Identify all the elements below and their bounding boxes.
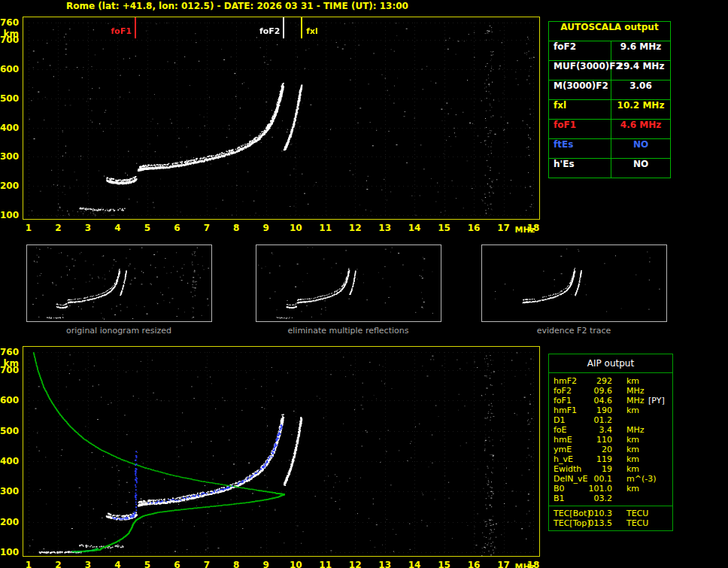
x-tick-label: 10 bbox=[290, 560, 302, 568]
aip-row-ewidth: Ewidth19km bbox=[554, 464, 672, 474]
y-tick-label: 400 bbox=[0, 123, 19, 133]
aip-row-value: 00.1 bbox=[588, 474, 612, 484]
aip-row-b1: B103.2 bbox=[554, 494, 672, 503]
y-tick-label: 760 bbox=[0, 17, 19, 28]
x-tick-label: 11 bbox=[319, 223, 332, 233]
y-tick-label: 400 bbox=[0, 456, 19, 466]
x-tick-label: 17 bbox=[497, 560, 510, 568]
y-tick-label: 760 bbox=[0, 347, 19, 357]
aip-row-value: 190 bbox=[588, 405, 612, 415]
aip-row-b0: B0101.0km bbox=[554, 484, 672, 494]
aip-row-fof2: foF209.6MHz bbox=[554, 386, 672, 396]
aip-row-note bbox=[635, 494, 672, 503]
aip-row-unit: m^(-3) bbox=[612, 474, 635, 484]
x-tick-label: 12 bbox=[349, 560, 362, 568]
x-tick-label: 13 bbox=[378, 560, 391, 568]
aip-row-hme: hmE110km bbox=[554, 435, 672, 445]
fof1-marker-label: foF1 bbox=[111, 26, 132, 36]
autoscala-row-label: foF2 bbox=[549, 41, 611, 60]
aip-row-unit: km bbox=[612, 435, 635, 445]
thumbnail-caption-1: eliminate multiple reflections bbox=[288, 326, 409, 336]
x-tick-label: 7 bbox=[204, 223, 210, 233]
x-tick-label: 14 bbox=[408, 560, 421, 568]
y-tick-label: 600 bbox=[0, 64, 19, 74]
aip-row-fof1: foF104.6MHz[PY] bbox=[554, 396, 672, 405]
x-tick-label: 17 bbox=[497, 223, 510, 233]
autoscala-row-value: 3.06 bbox=[611, 80, 670, 99]
autoscala-row-label: fxl bbox=[549, 100, 611, 119]
thumbnail-caption-0: original ionogram resized bbox=[66, 326, 171, 336]
x-tick-label: 13 bbox=[378, 223, 391, 233]
aip-row-note bbox=[635, 435, 672, 445]
x-tick-label: 15 bbox=[438, 223, 450, 233]
autoscala-row-fof1: foF14.6 MHz bbox=[549, 120, 670, 139]
x-tick-label: 4 bbox=[114, 560, 120, 568]
autoscala-row-label: ftEs bbox=[549, 139, 611, 158]
autoscala-row-muf3000f2: MUF(3000)F229.4 MHz bbox=[549, 61, 670, 80]
autoscala-row-fxl: fxl10.2 MHz bbox=[549, 100, 670, 120]
aip-row-value: 04.6 bbox=[588, 396, 612, 405]
fof1-marker-line bbox=[135, 17, 136, 38]
fxl-marker-line bbox=[301, 17, 302, 38]
aip-row-label: DelN_vE bbox=[554, 474, 588, 484]
x-tick-label: 16 bbox=[468, 223, 481, 233]
x-axis-unit-label: MHz bbox=[515, 562, 535, 568]
aip-row-unit: TECU bbox=[612, 509, 635, 518]
x-tick-label: 11 bbox=[319, 560, 332, 568]
autoscala-row-label: foF1 bbox=[549, 120, 611, 138]
aip-panel-title: AIP output bbox=[549, 354, 672, 373]
aip-row-note bbox=[635, 405, 672, 415]
aip-row-yme: ymE20km bbox=[554, 445, 672, 454]
aip-row-label: hmE bbox=[554, 435, 588, 445]
autoscala-row-label: M(3000)F2 bbox=[549, 80, 611, 99]
y-tick-label: 500 bbox=[0, 93, 19, 104]
autoscala-row-fof2: foF29.6 MHz bbox=[549, 41, 670, 61]
aip-row-value: 013.5 bbox=[588, 518, 612, 528]
aip-row-label: foE bbox=[554, 425, 588, 435]
y-tick-label: 100 bbox=[0, 547, 19, 557]
x-tick-label: 2 bbox=[55, 223, 61, 233]
aip-row-unit bbox=[612, 415, 635, 425]
aip-row-label: hmF1 bbox=[554, 405, 588, 415]
x-tick-label: 10 bbox=[290, 223, 302, 233]
aip-row-value: 3.4 bbox=[588, 425, 612, 435]
x-tick-label: 3 bbox=[85, 560, 91, 568]
x-tick-label: 14 bbox=[408, 223, 421, 233]
aip-tec-row-tecbot: TEC[Bot]010.3TECU bbox=[554, 509, 672, 518]
aip-row-value: 010.3 bbox=[588, 509, 612, 518]
y-tick-label: 300 bbox=[0, 486, 19, 497]
aip-row-note bbox=[635, 454, 672, 464]
x-tick-label: 6 bbox=[174, 223, 180, 233]
x-tick-label: 3 bbox=[85, 223, 91, 233]
x-tick-label: 5 bbox=[144, 223, 150, 233]
y-tick-label: 200 bbox=[0, 181, 19, 191]
aip-row-label: TEC[Bot] bbox=[554, 509, 588, 518]
aip-row-note bbox=[635, 518, 672, 528]
aip-row-unit: km bbox=[612, 464, 635, 474]
aip-row-unit: MHz bbox=[612, 396, 635, 405]
aip-row-unit: km bbox=[612, 376, 635, 386]
aip-row-value: 292 bbox=[588, 376, 612, 386]
top-ionogram-canvas bbox=[23, 17, 540, 220]
aip-row-label: foF1 bbox=[554, 396, 588, 405]
aip-row-note bbox=[635, 464, 672, 474]
y-tick-label: 100 bbox=[0, 210, 19, 220]
aip-row-hve: h_vE119km bbox=[554, 454, 672, 464]
aip-tec-row-tectop: TEC[Top]013.5TECU bbox=[554, 518, 672, 528]
x-tick-label: 5 bbox=[144, 560, 150, 568]
thumbnail-caption-2: evidence F2 trace bbox=[537, 326, 611, 336]
autoscala-row-value: 9.6 MHz bbox=[611, 41, 670, 60]
page-title: Rome (lat: +41.8, lon: 012.5) - DATE: 20… bbox=[66, 1, 408, 11]
aip-row-label: foF2 bbox=[554, 386, 588, 396]
fof2-marker-line bbox=[283, 17, 284, 38]
autoscala-row-m3000f2: M(3000)F23.06 bbox=[549, 80, 670, 100]
aip-row-hmf2: hmF2292km bbox=[554, 376, 672, 386]
aip-row-label: D1 bbox=[554, 415, 588, 425]
x-tick-label: 1 bbox=[26, 560, 32, 568]
aip-row-label: TEC[Top] bbox=[554, 518, 588, 528]
x-tick-label: 4 bbox=[114, 223, 120, 233]
aip-row-value: 01.2 bbox=[588, 415, 612, 425]
aip-row-value: 101.0 bbox=[588, 484, 612, 494]
fof2-marker-label: foF2 bbox=[259, 26, 281, 36]
aip-row-label: Ewidth bbox=[554, 464, 588, 474]
